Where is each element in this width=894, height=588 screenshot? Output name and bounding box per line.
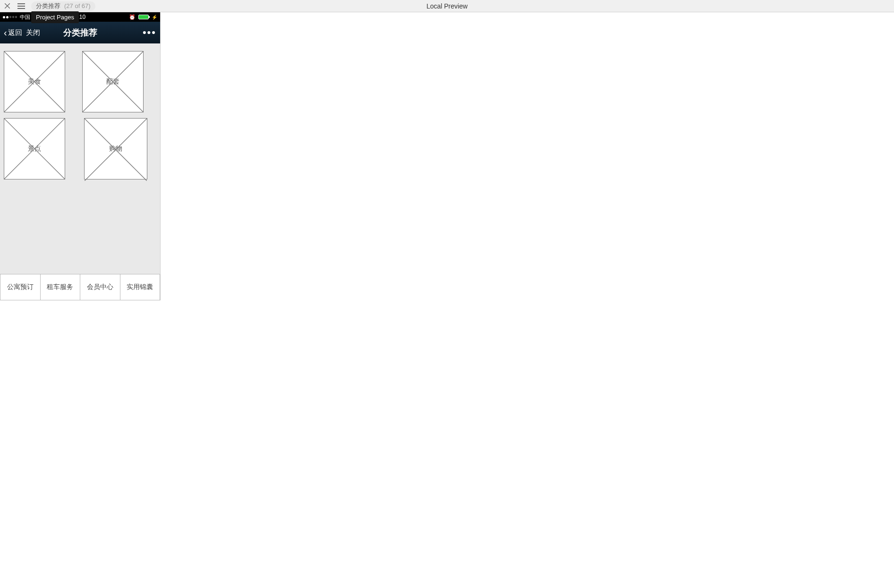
clock-label: 8:10 bbox=[0, 14, 160, 20]
menu-icon[interactable] bbox=[14, 0, 28, 12]
battery-icon bbox=[138, 15, 149, 19]
category-sights[interactable]: 景点 bbox=[4, 118, 65, 179]
top-toolbar: 分类推荐 (27 of 67) Local Preview bbox=[0, 0, 894, 12]
phone-preview: 中国 8:10 ⏰ ⚡ ‹ 返回 关闭 分类推荐 ••• 美食 配套 bbox=[0, 12, 161, 300]
tab-tips[interactable]: 实用锦囊 bbox=[120, 274, 161, 300]
page-name-label: 分类推荐 bbox=[36, 2, 60, 10]
back-button[interactable]: ‹ 返回 bbox=[4, 28, 22, 37]
project-pages-tooltip: Project Pages bbox=[31, 11, 79, 23]
svg-rect-4 bbox=[17, 8, 25, 9]
more-button[interactable]: ••• bbox=[143, 26, 156, 39]
category-facility[interactable]: 配套 bbox=[82, 51, 144, 112]
bottom-tab-bar: 公寓预订 租车服务 会员中心 实用锦囊 bbox=[0, 274, 160, 300]
tab-member[interactable]: 会员中心 bbox=[80, 274, 120, 300]
back-label: 返回 bbox=[8, 28, 22, 37]
x-icon bbox=[5, 3, 10, 9]
preview-mode-label: Local Preview bbox=[0, 2, 894, 10]
status-bar: 中国 8:10 ⏰ ⚡ bbox=[0, 12, 160, 22]
category-shopping[interactable]: 购物 bbox=[84, 118, 147, 179]
category-label: 配套 bbox=[106, 77, 119, 86]
page-name-pill[interactable]: 分类推荐 (27 of 67) bbox=[31, 1, 95, 11]
close-icon[interactable] bbox=[0, 0, 14, 12]
nav-bar: ‹ 返回 关闭 分类推荐 ••• bbox=[0, 22, 160, 43]
category-food[interactable]: 美食 bbox=[4, 51, 65, 112]
page-title: 分类推荐 bbox=[0, 27, 160, 38]
page-count-label: (27 of 67) bbox=[64, 2, 91, 9]
category-label: 景点 bbox=[28, 145, 41, 153]
tab-carrental[interactable]: 租车服务 bbox=[41, 274, 81, 300]
category-label: 美食 bbox=[28, 77, 41, 86]
tab-apartment[interactable]: 公寓预订 bbox=[0, 274, 41, 300]
category-label: 购物 bbox=[109, 145, 122, 153]
hamburger-icon bbox=[17, 3, 25, 9]
nav-close-button[interactable]: 关闭 bbox=[26, 28, 40, 37]
svg-rect-3 bbox=[17, 6, 25, 7]
svg-rect-2 bbox=[17, 3, 25, 4]
category-grid: 美食 配套 景点 购物 bbox=[0, 43, 160, 179]
chevron-left-icon: ‹ bbox=[4, 28, 7, 37]
